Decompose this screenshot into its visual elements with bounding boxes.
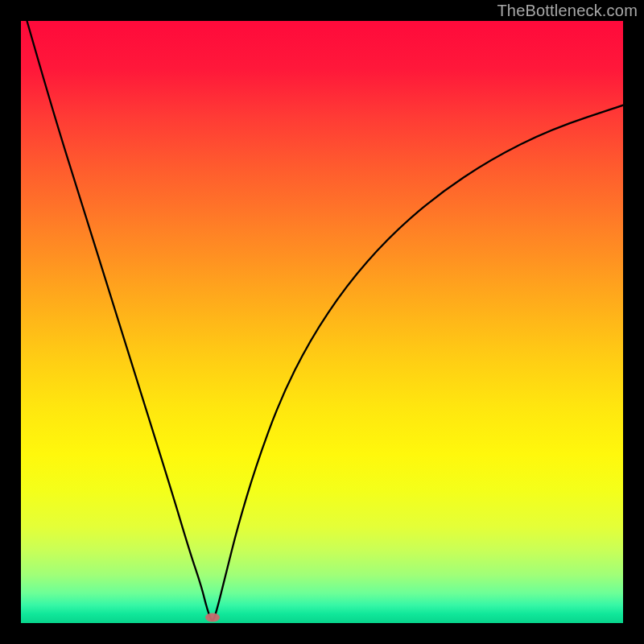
plot-area xyxy=(21,21,623,623)
gradient-background xyxy=(21,21,623,623)
watermark-text: TheBottleneck.com xyxy=(497,2,638,20)
minimum-marker xyxy=(205,613,220,621)
chart-frame: TheBottleneck.com xyxy=(0,0,644,644)
